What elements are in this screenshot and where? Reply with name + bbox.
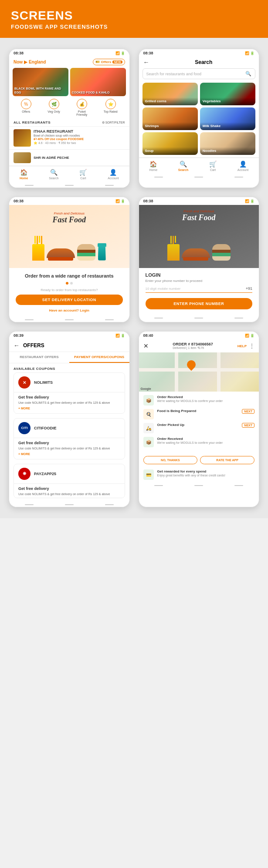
- filter-veg[interactable]: 🌿 Veg Only: [47, 99, 60, 116]
- hotdog-bun: [47, 248, 75, 258]
- burger-wrap: [77, 244, 95, 261]
- ready-text: Ready to order from top restaurants?: [16, 288, 123, 292]
- header-banner: SCREENS FOODSWE APP SCREENSHOTS: [0, 0, 268, 38]
- nav-search-2[interactable]: 🔍 Search: [178, 161, 188, 171]
- search-screen-title: Search: [153, 59, 255, 65]
- filter-pocket-label: PoketFriendly: [76, 110, 87, 116]
- help-btn[interactable]: HELP: [237, 344, 247, 348]
- coupon-payzapp[interactable]: ❋ PAYZAPP25 Get free delivery Use code N…: [14, 464, 125, 499]
- nav-cart-2[interactable]: 🛒 Cart: [209, 161, 217, 171]
- login-form: LOGIN Enter your phone number to proceed…: [139, 268, 259, 316]
- no-thanks-btn[interactable]: NO, THANKS: [143, 456, 198, 464]
- food-card-milkshake[interactable]: Milk Shake: [200, 107, 255, 130]
- rewards-content: Get rewarded for every spend Enjoy great…: [157, 469, 255, 477]
- country-code: +91: [246, 286, 252, 291]
- search-icon-1: 🔍: [50, 169, 58, 176]
- hero-item-1[interactable]: BLACK BOWL WITH RAME AND EGG: [13, 68, 68, 96]
- login-link[interactable]: Login: [80, 308, 89, 312]
- map-road-v2: [217, 352, 221, 392]
- step-title-3: Order Picked Up: [157, 423, 239, 427]
- offers-badge[interactable]: 🎫 Offers NEW: [93, 59, 125, 65]
- fries-wrap: [32, 226, 44, 261]
- coupon-more-1[interactable]: + MORE: [14, 407, 125, 413]
- food-card-noodles[interactable]: Noodles: [200, 132, 255, 155]
- new-tag: NEW: [112, 60, 122, 64]
- cart-icon-2: 🛒: [209, 161, 217, 168]
- status-icons-4: 📶 🔋: [245, 199, 254, 203]
- fresh-label-3: Fresh and Delicious Fast Food: [52, 211, 86, 225]
- account-icon-2: 👤: [239, 161, 247, 168]
- signal-icon-2: 📶: [245, 51, 249, 55]
- screen-onboarding: 08:38 📶 🔋 Fresh and Delicious Fast Food: [9, 197, 130, 322]
- food-card-shrimps[interactable]: Shrimps: [142, 107, 198, 130]
- hero-item-2[interactable]: COOKED FOOD & KAHLO: [70, 68, 126, 96]
- restaurant-coupon-1: 🏷 40% Off Use coupon FOODSWE: [34, 137, 125, 141]
- time-1: 08:38: [14, 51, 24, 55]
- restaurant-card-2[interactable]: SHR IN ADRÉ PECHE: [9, 149, 129, 166]
- battery-icon-5: 🔋: [121, 334, 125, 338]
- map-road-v1: [175, 352, 178, 392]
- nav-bar-line-2: [65, 185, 74, 186]
- food-card-grilled[interactable]: Grilled corns: [142, 83, 198, 105]
- coupon-more-2[interactable]: + MORE: [14, 452, 125, 459]
- nav-account-1[interactable]: 👤 Account: [108, 169, 119, 180]
- food-card-vegetables[interactable]: Vegetables: [200, 83, 255, 105]
- search-bar[interactable]: Search for restaurants and food 🔍: [142, 68, 256, 79]
- status-icons-2: 📶 🔋: [245, 51, 254, 55]
- fry-1: [34, 236, 36, 244]
- coupon-benefit-2: Get free delivery: [14, 438, 125, 446]
- account-label-1: Account: [108, 177, 119, 180]
- sort-filter-btn[interactable]: ⚙ SORT/FILTER: [102, 121, 125, 124]
- nav-home-1[interactable]: 🏠 Home: [20, 169, 28, 180]
- coupon-nolimits[interactable]: ✕ NOLIMITS Get free delivery Use code NO…: [14, 372, 125, 414]
- location-row[interactable]: Now ▶ England: [14, 60, 46, 64]
- soup-label: Soup: [142, 147, 198, 155]
- restaurant-card-1[interactable]: ITHAA RESTAURANT Bowl of chicken soup wi…: [9, 126, 129, 149]
- filter-toprated[interactable]: ⭐ Top Rated: [104, 99, 118, 116]
- back-arrow-2[interactable]: ←: [143, 59, 149, 66]
- search-header: ← Search: [139, 57, 259, 68]
- step-content-3: Order Picked Up: [157, 423, 239, 427]
- more-dots[interactable]: ⋮: [249, 343, 254, 349]
- coupon-citifoodie[interactable]: CITI CITIFOODIE Get free delivery Use co…: [14, 418, 125, 459]
- login-fresh-small: Fresh and Delicious: [182, 209, 216, 213]
- offers-back-btn[interactable]: ←: [14, 342, 20, 349]
- enter-phone-btn[interactable]: ENTER PHONE NUMBER: [146, 298, 253, 309]
- payment-offers-tab[interactable]: PAYMENT OFFERS/COUPONS: [69, 352, 129, 363]
- status-bar-1: 08:38 📶 🔋: [9, 49, 129, 57]
- payzapp-logo: ❋: [18, 468, 31, 480]
- nav-home-2[interactable]: 🏠 Home: [149, 161, 157, 171]
- noodles-label: Noodles: [200, 147, 255, 155]
- nav-indicators-2: [139, 175, 259, 179]
- nav-search-1[interactable]: 🔍 Search: [49, 169, 58, 180]
- phone-input-row[interactable]: 10 digit mobile number +91: [146, 286, 253, 293]
- search-label-2: Search: [178, 168, 188, 171]
- filter-pocket-icon: 💰: [77, 99, 87, 109]
- dot-1: [66, 282, 68, 285]
- nav-indicators-3: [9, 318, 129, 322]
- map-road-h: [139, 368, 259, 372]
- rewards-sub: Enjoy great benefits with any of these c…: [157, 473, 255, 477]
- restaurant-meta-1: ⭐ 4.6 · 43 mins · ₹ 350 for two: [34, 141, 125, 145]
- header-title: SCREENS: [11, 9, 257, 23]
- food-card-soup[interactable]: Soup: [142, 132, 198, 155]
- filter-pocket[interactable]: 💰 PoketFriendly: [76, 99, 87, 116]
- rate-app-btn[interactable]: RATE THE APP: [200, 456, 254, 464]
- search-icon-2: 🔍: [180, 161, 187, 168]
- close-tracking-btn[interactable]: ✕: [143, 342, 149, 349]
- coupon-desc-1: Use code NOLIMITS & get free delivery on…: [14, 401, 125, 407]
- have-account-text: Have an account?: [49, 308, 79, 312]
- battery-icon-6: 🔋: [250, 334, 254, 338]
- filter-offers[interactable]: % Offers: [21, 99, 31, 116]
- nav-account-2[interactable]: 👤 Account: [237, 161, 248, 171]
- search-input[interactable]: Search for restaurants and food: [146, 72, 243, 76]
- track-step-4: 📦 Order Received We're waiting for MOGUL…: [143, 437, 255, 447]
- filter-row: % Offers 🌿 Veg Only 💰 PoketFriendly ⭐ To…: [9, 96, 129, 119]
- nav-cart-1[interactable]: 🛒 Cart: [79, 169, 87, 180]
- set-location-btn[interactable]: SET DELIVERY LOCATION: [16, 295, 123, 305]
- restaurant-offers-tab[interactable]: RESTAURANT OFFERS: [9, 352, 69, 363]
- step-icon-2: 🍳: [143, 409, 154, 419]
- onboard-content: Order from a wide range of restaurants R…: [9, 268, 129, 318]
- screen-tracking: 08:40 📶 🔋 ✕ ORDER # 8734066567 Delivered…: [139, 331, 260, 507]
- step-title-4: Order Received: [157, 437, 255, 441]
